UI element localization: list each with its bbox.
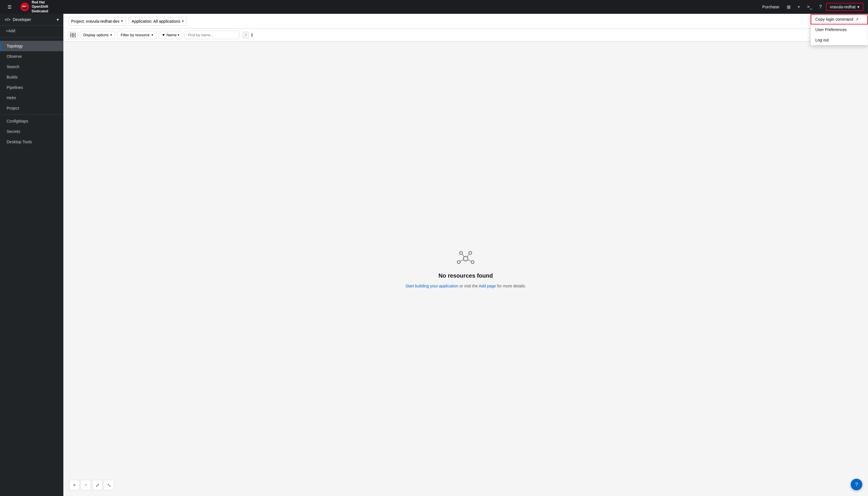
sidebar-divider-2	[0, 114, 63, 115]
svg-rect-8	[73, 33, 75, 35]
filter-info-button[interactable]: ℹ	[251, 32, 253, 38]
svg-point-12	[457, 261, 460, 264]
filter-name-label: Name	[166, 33, 177, 37]
copy-login-command-button[interactable]: Copy login command ↗	[811, 14, 868, 25]
secrets-label: Secrets	[6, 129, 20, 134]
project-label: Project: vravula-redhat-dev	[71, 19, 120, 24]
observe-label: Observe	[6, 54, 22, 59]
project-selector[interactable]: Project: vravula-redhat-dev ▾	[68, 17, 126, 26]
svg-point-15	[469, 251, 472, 254]
empty-state-description: Start building your application or visit…	[405, 284, 526, 288]
sidebar-item-helm[interactable]: Helm	[0, 93, 63, 103]
brand-text: Red Hat OpenShift Dedicated	[32, 0, 48, 14]
code-icon: </>	[5, 17, 10, 22]
hamburger-menu-button[interactable]: ☰	[5, 3, 14, 12]
sidebar-item-builds[interactable]: Builds	[0, 72, 63, 82]
logout-button[interactable]: Log out	[811, 35, 868, 45]
svg-point-13	[471, 261, 474, 264]
add-page-link[interactable]: Add page	[479, 284, 496, 288]
topology-label: Topology	[6, 44, 23, 48]
copy-login-label: Copy login command	[815, 17, 853, 21]
svg-point-11	[463, 256, 468, 261]
app-chevron-icon: ▾	[182, 19, 184, 23]
helm-label: Helm	[6, 95, 16, 100]
user-preferences-button[interactable]: User Preferences	[811, 25, 868, 35]
user-dropdown-menu: Copy login command ↗ User Preferences Lo…	[810, 14, 868, 45]
sidebar-item-search[interactable]: Search	[0, 62, 63, 72]
svg-rect-10	[73, 35, 75, 37]
project-label: Project	[6, 106, 19, 110]
add-button[interactable]: +Add	[0, 26, 63, 36]
svg-rect-9	[70, 35, 73, 37]
topology-view: No resources found Start building your a…	[63, 42, 868, 496]
svg-line-17	[468, 260, 472, 261]
sidebar-item-configmaps[interactable]: ConfigMaps	[0, 116, 63, 126]
display-options-chevron-icon: ▾	[110, 33, 112, 37]
user-chevron-icon: ▾	[857, 5, 859, 9]
filter-resource-label: Filter by resource	[121, 33, 149, 37]
navbar-actions: Purchase ⊞ + >_ ? vravula-redhat ▾	[759, 3, 863, 12]
navbar: ☰ RH Red Hat OpenShift Dedicated Purchas…	[0, 0, 868, 14]
display-options-label: Display options	[83, 33, 108, 37]
slash-shortcut-button[interactable]: /	[243, 32, 249, 38]
zoom-controls: + − ⤢ ⤡	[69, 480, 114, 490]
empty-state-title: No resources found	[439, 273, 493, 279]
role-chevron-icon: ▾	[57, 17, 59, 22]
sidebar-item-project[interactable]: Project	[0, 103, 63, 113]
sidebar-divider	[0, 37, 63, 37]
help-fab-button[interactable]: ?	[851, 479, 862, 490]
application-selector[interactable]: Application: All applications ▾	[129, 17, 187, 26]
role-label: Developer	[13, 17, 31, 22]
main-toolbar: Project: vravula-redhat-dev ▾ Applicatio…	[63, 14, 868, 29]
view-type-toggle-button[interactable]	[68, 31, 78, 39]
zoom-in-button[interactable]: +	[69, 480, 79, 490]
filter-icon: ▼	[162, 33, 166, 37]
no-resources-icon	[457, 249, 475, 268]
app-label: Application: All applications	[132, 19, 180, 24]
svg-rect-7	[70, 33, 73, 35]
sidebar: </> Developer ▾ +Add Topology Observe Se…	[0, 14, 63, 496]
sidebar-item-pipelines[interactable]: Pipelines	[0, 82, 63, 93]
filter-by-resource-button[interactable]: Filter by resource ▾	[118, 31, 156, 39]
main-content: Project: vravula-redhat-dev ▾ Applicatio…	[63, 14, 868, 496]
filter-type-selector[interactable]: ▼ Name ▾	[159, 31, 183, 39]
filter-resource-chevron-icon: ▾	[151, 33, 153, 37]
display-options-button[interactable]: Display options ▾	[80, 31, 115, 39]
svg-line-16	[460, 260, 464, 261]
sidebar-item-secrets[interactable]: Secrets	[0, 126, 63, 137]
filter-toolbar: Display options ▾ Filter by resource ▾ ▼…	[63, 29, 868, 42]
redhat-logo-icon: RH	[20, 2, 29, 12]
svg-line-18	[462, 254, 464, 257]
pipelines-label: Pipelines	[6, 85, 23, 90]
svg-text:RH: RH	[23, 5, 26, 8]
purchase-button[interactable]: Purchase	[759, 3, 783, 11]
plus-button[interactable]: +	[795, 3, 803, 11]
find-by-name-input[interactable]	[184, 31, 239, 39]
terminal-button[interactable]: >_	[804, 3, 815, 11]
filter-name-chevron-icon: ▾	[178, 33, 179, 37]
configmaps-label: ConfigMaps	[6, 119, 28, 123]
user-label: vravula-redhat	[830, 5, 856, 9]
sidebar-nav: Topology Observe Search Builds Pipelines…	[0, 38, 63, 149]
app-layout: </> Developer ▾ +Add Topology Observe Se…	[0, 14, 868, 496]
expand-button[interactable]: ⤡	[104, 480, 114, 490]
project-chevron-icon: ▾	[121, 19, 123, 23]
add-label: +Add	[6, 29, 15, 33]
role-selector[interactable]: </> Developer ▾	[0, 14, 63, 26]
svg-point-14	[460, 251, 463, 254]
zoom-out-button[interactable]: −	[81, 480, 91, 490]
sidebar-item-observe[interactable]: Observe	[0, 51, 63, 62]
desktop-tools-label: Desktop Tools	[6, 140, 32, 144]
user-menu-button[interactable]: vravula-redhat ▾	[826, 3, 864, 11]
sidebar-item-topology[interactable]: Topology	[0, 41, 63, 51]
builds-label: Builds	[6, 75, 18, 79]
sidebar-item-desktop-tools[interactable]: Desktop Tools	[0, 137, 63, 147]
external-link-icon: ↗	[856, 17, 858, 21]
help-navbar-button[interactable]: ?	[817, 3, 825, 11]
fit-to-screen-button[interactable]: ⤢	[92, 480, 103, 490]
start-building-link[interactable]: Start building your application	[405, 284, 459, 288]
list-view-icon	[70, 32, 76, 38]
grid-button[interactable]: ⊞	[784, 3, 793, 12]
brand-logo: RH Red Hat OpenShift Dedicated	[20, 0, 48, 14]
search-label: Search	[6, 64, 19, 69]
